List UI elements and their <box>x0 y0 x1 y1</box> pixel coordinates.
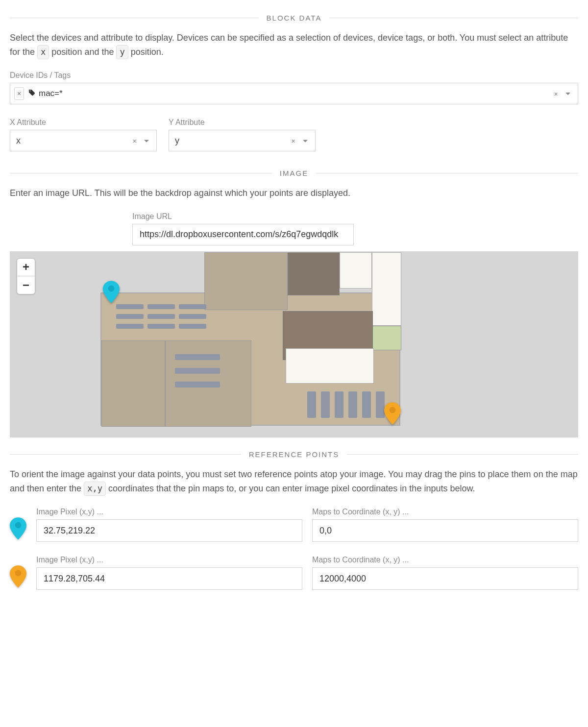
zoom-controls: + − <box>17 258 35 294</box>
device-tag-text: mac=* <box>39 89 63 98</box>
remove-tag-button[interactable]: × <box>14 87 24 100</box>
map-canvas[interactable]: + − <box>10 251 578 437</box>
code-y: y <box>116 45 128 59</box>
pixel-input-1[interactable]: 32.75,219.22 <box>36 519 302 542</box>
y-attribute-label: Y Attribute <box>169 118 316 127</box>
map-pin-1[interactable] <box>103 281 120 303</box>
coord-input-1[interactable]: 0,0 <box>312 519 578 542</box>
reference-help: To orient the image against your data po… <box>10 467 578 496</box>
block-data-help: Select the devices and attribute to disp… <box>10 31 578 59</box>
reference-row-2: Image Pixel (x,y) ... 1179.28,705.44 Map… <box>10 556 578 590</box>
coord-value-1: 0,0 <box>319 526 332 536</box>
pixel-input-2[interactable]: 1179.28,705.44 <box>36 567 302 590</box>
zoom-out-button[interactable]: − <box>17 276 35 294</box>
x-attribute-value: x <box>16 136 21 146</box>
section-divider-block-data: BLOCK DATA <box>10 14 578 22</box>
svg-point-1 <box>390 407 396 413</box>
floor-plan <box>100 292 400 426</box>
reference-row-1: Image Pixel (x,y) ... 32.75,219.22 Maps … <box>10 508 578 542</box>
pixel-label-2: Image Pixel (x,y) ... <box>36 556 302 564</box>
pin-icon <box>10 565 26 588</box>
map-pin-2[interactable] <box>384 402 401 425</box>
coord-input-2[interactable]: 12000,4000 <box>312 567 578 590</box>
section-divider-image: IMAGE <box>10 169 578 177</box>
image-url-label: Image URL <box>132 212 354 221</box>
y-attribute-value: y <box>175 136 179 146</box>
image-url-input[interactable]: https://dl.dropboxusercontent.com/s/z6q7… <box>132 224 354 245</box>
chevron-down-icon[interactable] <box>302 136 308 146</box>
coord-label-1: Maps to Coordinate (x, y) ... <box>312 508 578 516</box>
svg-point-3 <box>15 570 22 577</box>
code-x: x <box>37 45 49 59</box>
image-url-value: https://dl.dropboxusercontent.com/s/z6q7… <box>140 229 338 240</box>
coord-value-2: 12000,4000 <box>319 574 366 584</box>
chevron-down-icon[interactable] <box>565 89 571 98</box>
clear-x-button[interactable]: × <box>132 137 137 145</box>
x-attribute-label: X Attribute <box>10 118 157 127</box>
code-xy: x,y <box>84 482 106 496</box>
chevron-down-icon[interactable] <box>144 136 149 146</box>
pixel-value-2: 1179.28,705.44 <box>44 574 105 584</box>
zoom-in-button[interactable]: + <box>17 259 35 276</box>
svg-point-0 <box>108 285 115 291</box>
section-title-reference: REFERENCE POINTS <box>241 450 347 459</box>
section-title-image: IMAGE <box>272 169 316 177</box>
image-help: Enter an image URL. This will be the bac… <box>10 186 578 200</box>
tag-icon <box>28 89 36 99</box>
pixel-label-1: Image Pixel (x,y) ... <box>36 508 302 516</box>
device-ids-input[interactable]: × mac=* × <box>10 83 578 104</box>
x-attribute-select[interactable]: x × <box>10 130 157 151</box>
section-divider-reference: REFERENCE POINTS <box>10 450 578 459</box>
pixel-value-1: 32.75,219.22 <box>44 526 95 536</box>
device-ids-label: Device IDs / Tags <box>10 71 578 80</box>
section-title-block-data: BLOCK DATA <box>259 14 330 22</box>
pin-icon <box>10 517 26 540</box>
coord-label-2: Maps to Coordinate (x, y) ... <box>312 556 578 564</box>
y-attribute-select[interactable]: y × <box>169 130 316 151</box>
clear-devices-button[interactable]: × <box>554 90 558 98</box>
clear-y-button[interactable]: × <box>291 137 295 145</box>
device-tag-chip: mac=* <box>28 89 63 99</box>
svg-point-2 <box>15 522 22 529</box>
